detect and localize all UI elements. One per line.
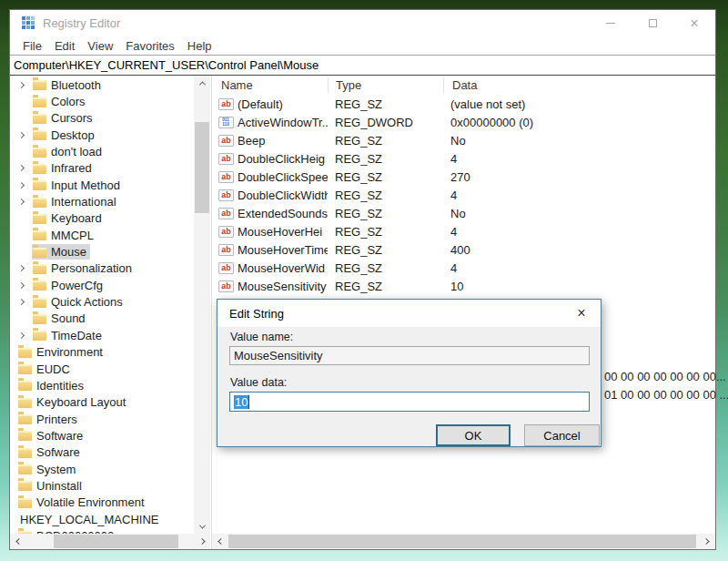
tree-item-volatile-environment[interactable]: Volatile Environment (10, 495, 194, 511)
tree-item-printers[interactable]: Printers (10, 411, 194, 427)
values-horizontal-scrollbar[interactable] (212, 534, 715, 549)
column-header-type[interactable]: Type (328, 77, 443, 93)
tree-item-identities[interactable]: Identities (10, 377, 194, 393)
ok-button[interactable]: OK (436, 424, 511, 446)
tree-item-don-t-load[interactable]: don't load (10, 143, 194, 159)
menu-file[interactable]: File (16, 39, 48, 53)
tree-item-label: don't load (51, 145, 102, 158)
value-row-activewindowtr[interactable]: 011110ActiveWindowTr...REG_DWORD0x000000… (212, 113, 715, 131)
tree-item-sofware[interactable]: Sofware (10, 444, 194, 461)
registry-editor-icon (22, 16, 36, 31)
tree-item-content: System (17, 462, 79, 477)
column-header-data[interactable]: Data (443, 77, 715, 93)
expand-chevron-icon[interactable] (18, 332, 25, 339)
vertical-scroll-thumb[interactable] (195, 122, 209, 213)
menu-help[interactable]: Help (181, 39, 218, 53)
tree-item-label: Colors (51, 95, 86, 108)
expand-chevron-icon[interactable] (18, 132, 25, 138)
horizontal-scroll-thumb[interactable] (54, 535, 178, 548)
tree-item-uninstall[interactable]: Uninstall (10, 477, 194, 494)
reg-sz-icon: ab (218, 280, 234, 292)
value-row-doubleclickheig[interactable]: abDoubleClickHeigREG_SZ4 (212, 149, 715, 168)
dialog-close-button[interactable]: × (562, 300, 601, 327)
tree-item-label: TimeDate (51, 329, 102, 342)
value-row-mousehovertime[interactable]: abMouseHoverTimeREG_SZ400 (212, 240, 715, 259)
scroll-right-button[interactable] (196, 534, 210, 549)
tree-item-timedate[interactable]: TimeDate (10, 327, 194, 343)
value-data-cell: 10 (443, 280, 715, 293)
value-data-cell: No (443, 207, 715, 220)
maximize-button[interactable] (632, 10, 673, 36)
close-button[interactable]: × (673, 10, 715, 36)
tree-horizontal-scrollbar[interactable] (10, 534, 210, 549)
tree-item-mouse[interactable]: Mouse (10, 243, 194, 260)
tree-item-input-method[interactable]: Input Method (10, 177, 194, 193)
tree-item-environment[interactable]: Environment (10, 344, 194, 361)
tree-item-personalization[interactable]: Personalization (10, 260, 194, 277)
tree-item-international[interactable]: International (10, 193, 194, 209)
minimize-button[interactable] (590, 10, 632, 36)
value-data-cell: 4 (443, 225, 715, 239)
tree-item-content: Volatile Environment (17, 495, 148, 510)
value-name-cell: abMouseSensitivity (212, 280, 328, 293)
tree-item-cursors[interactable]: Cursors (10, 110, 194, 127)
value-row-extendedsounds[interactable]: abExtendedSoundsREG_SZNo (212, 204, 715, 222)
value-row-mousehoverwid[interactable]: abMouseHoverWidREG_SZ4 (212, 259, 715, 277)
tree-item-software[interactable]: Software (10, 427, 194, 444)
expand-chevron-icon[interactable] (18, 182, 25, 189)
tree-item-keyboard-layout[interactable]: Keyboard Layout (10, 394, 194, 411)
tree-item-quick-actions[interactable]: Quick Actions (10, 293, 194, 310)
reg-sz-icon: ab (218, 208, 234, 219)
tree-item-bluetooth[interactable]: Bluetooth (10, 76, 194, 93)
tree-item-content: Colors (32, 94, 89, 109)
expand-chevron-icon[interactable] (18, 299, 25, 305)
scroll-left-button[interactable] (212, 534, 227, 549)
dialog-title-bar[interactable]: Edit String × (217, 300, 601, 327)
expand-chevron-icon[interactable] (18, 265, 25, 271)
tree-item-keyboard[interactable]: Keyboard (10, 210, 194, 227)
title-bar[interactable]: Registry Editor × (10, 10, 715, 36)
expand-chevron-icon[interactable] (18, 282, 25, 289)
scroll-up-button[interactable] (194, 76, 210, 90)
menu-edit[interactable]: Edit (48, 39, 81, 53)
window-title: Registry Editor (43, 10, 120, 36)
value-name-cell: abMouseHoverTime (212, 243, 328, 257)
value-row-default[interactable]: ab(Default)REG_SZ(value not set) (212, 95, 715, 113)
expand-chevron-icon[interactable] (18, 82, 25, 88)
value-data-input[interactable]: 10 (229, 392, 590, 412)
tree-item-infrared[interactable]: Infrared (10, 160, 194, 177)
folder-icon (33, 114, 46, 124)
tree-item-eudc[interactable]: EUDC (10, 361, 194, 377)
tree-item-sound[interactable]: Sound (10, 311, 194, 327)
tree-item-content: Keyboard Layout (17, 394, 129, 410)
address-bar[interactable]: Computer\HKEY_CURRENT_USER\Control Panel… (10, 55, 715, 76)
folder-icon (18, 414, 32, 424)
value-row-beep[interactable]: abBeepREG_SZNo (212, 131, 715, 149)
value-row-mousesensitivity[interactable]: abMouseSensitivityREG_SZ10 (212, 277, 715, 295)
horizontal-scroll-thumb[interactable] (228, 535, 696, 548)
value-type-cell: REG_SZ (328, 225, 443, 239)
scroll-down-button[interactable] (194, 519, 210, 534)
text-caret (248, 395, 249, 409)
value-row-doubleclickwidth[interactable]: abDoubleClickWidthREG_SZ4 (212, 186, 715, 204)
expand-chevron-icon[interactable] (18, 165, 25, 171)
tree-item-hkey-local-machine[interactable]: HKEY_LOCAL_MACHINE (10, 511, 194, 527)
tree-item-bcd00000000[interactable]: BCD00000000 (10, 527, 194, 534)
tree-item-system[interactable]: System (10, 461, 194, 477)
value-row-doubleclickspeed[interactable]: abDoubleClickSpeedREG_SZ270 (212, 168, 715, 186)
tree-item-desktop[interactable]: Desktop (10, 127, 194, 143)
expand-chevron-icon[interactable] (18, 199, 25, 205)
tree-item-colors[interactable]: Colors (10, 93, 194, 109)
tree-item-mmcpl[interactable]: MMCPL (10, 227, 194, 243)
menu-view[interactable]: View (81, 39, 119, 53)
reg-sz-icon: ab (218, 135, 234, 147)
tree-vertical-scrollbar[interactable] (194, 76, 210, 534)
scroll-right-button[interactable] (700, 534, 714, 549)
cancel-button[interactable]: Cancel (524, 424, 600, 446)
value-row-mousehoverhei[interactable]: abMouseHoverHeiREG_SZ4 (212, 222, 715, 240)
tree-item-powercfg[interactable]: PowerCfg (10, 277, 194, 293)
menu-favorites[interactable]: Favorites (119, 39, 180, 53)
column-header-name[interactable]: Name (212, 78, 328, 92)
scroll-left-button[interactable] (10, 534, 25, 549)
value-name-field: MouseSensitivity (229, 346, 590, 365)
